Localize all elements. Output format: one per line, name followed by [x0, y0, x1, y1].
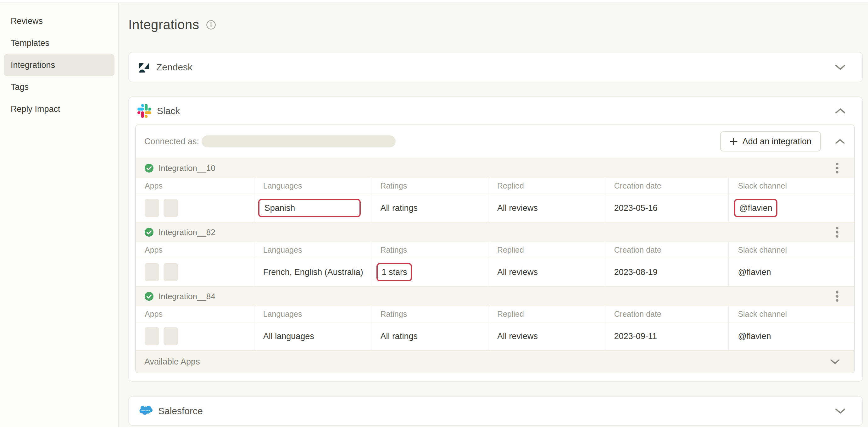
ratings-cell: All ratings — [371, 194, 488, 222]
column-header-languages: Languages — [254, 242, 372, 258]
salesforce-section-header[interactable]: salesforce Salesforce — [129, 397, 862, 425]
ratings-cell: All ratings — [371, 322, 488, 350]
integration-table: Apps Languages Ratings Replied Creation … — [136, 178, 854, 222]
check-circle-icon — [144, 292, 154, 301]
column-header-apps: Apps — [136, 306, 254, 322]
apps-cell — [136, 258, 254, 286]
ratings-value: 1 stars — [381, 267, 407, 277]
languages-value: Spanish — [265, 203, 295, 213]
kebab-icon[interactable] — [834, 289, 840, 303]
column-header-ratings: Ratings — [371, 242, 488, 258]
integration-name: Integration__82 — [158, 228, 215, 237]
column-header-ratings: Ratings — [371, 178, 488, 194]
connected-as-label: Connected as: — [144, 137, 199, 146]
main-content: Integrations Zendesk — [119, 3, 868, 427]
column-header-apps: Apps — [136, 242, 254, 258]
column-header-slack-channel: Slack channel — [729, 242, 854, 258]
app-placeholder — [145, 199, 159, 217]
column-header-ratings: Ratings — [371, 306, 488, 322]
app-placeholder — [145, 263, 159, 281]
check-circle-icon — [144, 228, 154, 237]
languages-cell: French, English (Australia) — [254, 258, 372, 286]
column-header-slack-channel: Slack channel — [729, 178, 854, 194]
chevron-down-icon[interactable] — [835, 64, 846, 71]
available-apps-row[interactable]: Available Apps — [136, 350, 854, 373]
kebab-icon[interactable] — [834, 161, 840, 175]
connected-as-row: Connected as: Add an integration — [136, 125, 854, 158]
annotation-highlight-box: @flavien — [734, 199, 777, 217]
slack-channel-cell: @flavien — [729, 258, 854, 286]
zendesk-section-card: Zendesk — [128, 52, 863, 82]
column-header-apps: Apps — [136, 178, 254, 194]
languages-cell: Spanish — [254, 194, 372, 222]
slack-channel-cell: @flavien — [729, 194, 854, 222]
add-integration-label: Add an integration — [743, 137, 811, 146]
available-apps-label: Available Apps — [144, 357, 200, 367]
app-root: Reviews Templates Integrations Tags Repl… — [0, 3, 868, 427]
sidebar: Reviews Templates Integrations Tags Repl… — [0, 3, 119, 427]
slack-section-label: Slack — [157, 106, 180, 116]
creation-date-cell: 2023-09-11 — [606, 322, 729, 350]
slack-section-header[interactable]: Slack — [129, 97, 862, 125]
column-header-languages: Languages — [254, 306, 372, 322]
column-header-replied: Replied — [488, 178, 606, 194]
replied-cell: All reviews — [488, 194, 606, 222]
sidebar-item-tags[interactable]: Tags — [4, 76, 115, 98]
integration-name: Integration__84 — [158, 292, 215, 301]
annotation-highlight-box: 1 stars — [376, 263, 412, 281]
svg-text:salesforce: salesforce — [141, 409, 150, 411]
add-integration-button[interactable]: Add an integration — [720, 131, 821, 152]
integration-table: Apps Languages Ratings Replied Creation … — [136, 306, 854, 350]
creation-date-cell: 2023-05-16 — [606, 194, 729, 222]
annotation-highlight-box: Spanish — [258, 199, 361, 217]
kebab-icon[interactable] — [834, 225, 840, 239]
salesforce-icon: salesforce — [137, 405, 153, 417]
slack-integrations-panel: Connected as: Add an integration — [135, 125, 855, 373]
zendesk-section-header[interactable]: Zendesk — [129, 53, 862, 82]
slack-section-card: Slack Connected as: Ad — [128, 96, 863, 382]
column-header-languages: Languages — [254, 178, 372, 194]
zendesk-icon — [137, 61, 151, 74]
column-header-creation-date: Creation date — [606, 178, 729, 194]
column-header-replied: Replied — [488, 306, 606, 322]
page-title: Integrations — [128, 17, 199, 32]
slack-channel-value: @flavien — [739, 203, 772, 213]
sidebar-item-integrations[interactable]: Integrations — [4, 54, 115, 76]
sidebar-item-templates[interactable]: Templates — [4, 32, 115, 54]
chevron-down-icon[interactable] — [835, 407, 846, 415]
plus-icon — [730, 137, 738, 145]
column-header-creation-date: Creation date — [606, 242, 729, 258]
page-header: Integrations — [128, 15, 863, 35]
creation-date-cell: 2023-08-19 — [606, 258, 729, 286]
sidebar-item-reviews[interactable]: Reviews — [4, 10, 115, 32]
apps-cell — [136, 194, 254, 222]
integration-table: Apps Languages Ratings Replied Creation … — [136, 242, 854, 286]
chevron-down-icon[interactable] — [830, 359, 840, 365]
chevron-up-icon[interactable] — [835, 138, 845, 144]
chevron-up-icon[interactable] — [835, 107, 846, 114]
app-placeholder — [163, 263, 178, 281]
salesforce-section-label: Salesforce — [158, 406, 203, 416]
column-header-replied: Replied — [488, 242, 606, 258]
replied-cell: All reviews — [488, 322, 606, 350]
app-placeholder — [163, 327, 178, 345]
integration-header: Integration__10 — [136, 158, 854, 178]
connected-account-redacted — [202, 135, 396, 147]
integration-name: Integration__10 — [158, 163, 215, 173]
column-header-slack-channel: Slack channel — [729, 306, 854, 322]
ratings-cell: 1 stars — [371, 258, 488, 286]
sidebar-item-reply-impact[interactable]: Reply Impact — [4, 98, 115, 120]
languages-cell: All languages — [254, 322, 372, 350]
app-placeholder — [145, 327, 159, 345]
slack-icon — [137, 104, 151, 118]
info-icon[interactable] — [206, 20, 216, 30]
column-header-creation-date: Creation date — [606, 306, 729, 322]
replied-cell: All reviews — [488, 258, 606, 286]
check-circle-icon — [144, 163, 154, 173]
app-placeholder — [163, 199, 178, 217]
zendesk-section-label: Zendesk — [156, 62, 192, 73]
integration-header: Integration__82 — [136, 222, 854, 242]
apps-cell — [136, 322, 254, 350]
slack-channel-cell: @flavien — [729, 322, 854, 350]
top-divider — [0, 0, 868, 3]
